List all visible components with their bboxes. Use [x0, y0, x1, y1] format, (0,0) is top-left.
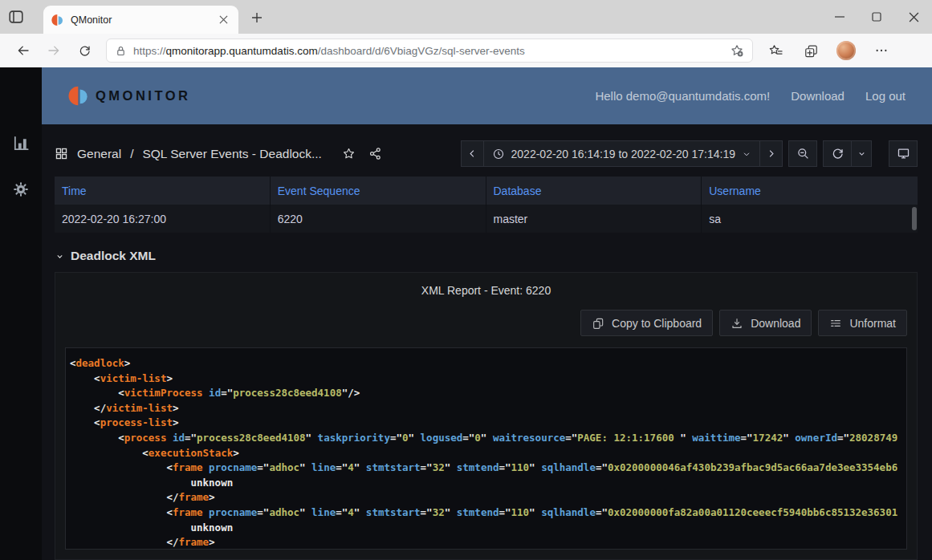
browser-toolbar: https://qmonitorapp.quantumdatis.com/das… — [0, 34, 932, 67]
unformat-button-label: Unformat — [849, 317, 896, 330]
code-line: unknown — [70, 476, 902, 491]
copy-icon — [592, 317, 604, 330]
cell-event-sequence: 6220 — [271, 205, 486, 233]
sidebar-item-settings[interactable] — [10, 178, 32, 201]
refresh-group — [823, 140, 872, 167]
favorites-button[interactable] — [763, 38, 788, 63]
page-content: QMONITOR Hello demo@quantumdatis.com! Do… — [0, 67, 932, 560]
unformat-icon — [829, 317, 842, 330]
header-right: Hello demo@quantumdatis.com! Download Lo… — [595, 89, 906, 103]
events-table: Time Event Sequence Database Username 20… — [55, 177, 918, 233]
new-tab-button[interactable] — [245, 6, 269, 30]
add-favorite-button[interactable] — [730, 43, 744, 58]
cell-time: 2022-02-20 16:27:00 — [55, 205, 271, 233]
collections-button[interactable] — [798, 38, 824, 63]
tab-close-button[interactable] — [216, 13, 230, 27]
time-controls: 2022-02-20 16:14:19 to 2022-02-20 17:14:… — [461, 140, 918, 167]
refresh-dashboard-button[interactable] — [823, 140, 852, 167]
zoom-out-icon — [796, 147, 810, 160]
code-line: <process id="process28c8eed4108" taskpri… — [70, 431, 902, 446]
refresh-interval-button[interactable] — [851, 140, 872, 167]
deadlock-xml-section-toggle[interactable]: Deadlock XML — [55, 249, 918, 263]
time-shift-back-button[interactable] — [461, 140, 484, 167]
code-line: <victim-list> — [70, 371, 902, 387]
tab-title: QMonitor — [71, 14, 210, 26]
workspaces-button[interactable] — [0, 0, 32, 34]
cell-username: sa — [702, 205, 918, 233]
url-scheme: https:// — [133, 45, 166, 57]
forward-button[interactable] — [40, 38, 67, 63]
browser-tab-strip: QMonitor — [0, 0, 932, 34]
table-header-row: Time Event Sequence Database Username — [55, 177, 918, 205]
column-header-username[interactable]: Username — [702, 177, 918, 205]
minimize-button[interactable] — [821, 0, 858, 34]
column-header-event-sequence[interactable]: Event Sequence — [271, 177, 486, 205]
time-range-button[interactable]: 2022-02-20 16:14:19 to 2022-02-20 17:14:… — [483, 140, 760, 167]
download-button[interactable]: Download — [719, 310, 812, 336]
back-button[interactable] — [10, 38, 37, 63]
url-path: /dashboard/d/6VbiagVGz/sql-server-events — [318, 45, 525, 57]
zoom-out-button[interactable] — [788, 140, 817, 167]
app-sidebar — [0, 67, 42, 560]
breadcrumb: General / SQL Server Events - Deadlock..… — [55, 147, 382, 161]
brand-name: QMONITOR — [96, 88, 190, 103]
more-menu-button[interactable] — [869, 38, 894, 63]
download-icon — [731, 317, 743, 330]
code-line: </frame> — [70, 535, 902, 550]
workspaces-icon — [7, 8, 25, 26]
address-bar[interactable]: https://qmonitorapp.quantumdatis.com/das… — [106, 39, 753, 63]
site-favicon — [51, 14, 64, 26]
logout-link[interactable]: Log out — [865, 89, 906, 103]
time-shift-forward-button[interactable] — [759, 140, 783, 167]
profile-avatar — [836, 41, 856, 60]
apps-grid-icon[interactable] — [55, 147, 68, 160]
star-button[interactable] — [342, 147, 356, 160]
xml-code: <deadlock> <victim-list> <victimProcess … — [65, 347, 907, 550]
window-controls — [821, 0, 932, 34]
unformat-button[interactable]: Unformat — [818, 310, 907, 336]
bar-chart-icon — [12, 134, 31, 152]
code-line: </victim-list> — [70, 401, 902, 416]
breadcrumb-title[interactable]: SQL Server Events - Deadlock... — [142, 147, 321, 161]
sidebar-item-dashboards[interactable] — [10, 132, 32, 154]
monitor-icon — [897, 147, 910, 160]
browser-window: QMonitor — [0, 0, 932, 560]
copy-button-label: Copy to Clipboard — [612, 317, 702, 330]
brand-logo-icon — [68, 85, 90, 107]
dashboard-actions — [342, 147, 382, 160]
url-host: qmonitorapp.quantumdatis.com — [166, 45, 318, 57]
table-row[interactable]: 2022-02-20 16:27:00 6220 master sa — [55, 205, 918, 233]
brand-logo[interactable]: QMONITOR — [68, 85, 190, 107]
column-header-time[interactable]: Time — [55, 177, 271, 205]
column-header-database[interactable]: Database — [486, 177, 702, 205]
gear-icon — [12, 181, 30, 198]
time-range-text: 2022-02-20 16:14:19 to 2022-02-20 17:14:… — [511, 148, 735, 160]
chevron-down-icon — [55, 251, 65, 262]
code-line: <victimProcess id="process28c8eed4108"/> — [70, 386, 902, 401]
lock-icon[interactable] — [115, 45, 127, 57]
table-scrollbar[interactable] — [912, 207, 917, 230]
view-mode-button[interactable] — [889, 140, 918, 167]
copy-to-clipboard-button[interactable]: Copy to Clipboard — [580, 310, 713, 336]
close-window-button[interactable] — [895, 0, 932, 34]
app-header: QMONITOR Hello demo@quantumdatis.com! Do… — [42, 67, 932, 124]
content-column: QMONITOR Hello demo@quantumdatis.com! Do… — [42, 67, 932, 560]
code-line: <frame procname="adhoc" line="4" stmtsta… — [70, 505, 902, 521]
refresh-button[interactable] — [71, 38, 98, 63]
browser-tab[interactable]: QMonitor — [43, 6, 238, 34]
section-title: Deadlock XML — [71, 249, 156, 263]
url-text: https://qmonitorapp.quantumdatis.com/das… — [133, 45, 723, 57]
maximize-button[interactable] — [858, 0, 895, 34]
time-range-group: 2022-02-20 16:14:19 to 2022-02-20 17:14:… — [461, 140, 783, 167]
breadcrumb-root[interactable]: General — [77, 147, 121, 161]
breadcrumb-separator: / — [130, 147, 133, 161]
download-link[interactable]: Download — [791, 89, 844, 103]
code-line: <process-list> — [70, 416, 902, 431]
refresh-icon — [831, 147, 844, 160]
share-button[interactable] — [368, 147, 382, 160]
code-line: unknown — [70, 521, 902, 536]
dashboard-main: General / SQL Server Events - Deadlock..… — [42, 124, 932, 560]
xml-report-panel: XML Report - Event: 6220 Copy to Clipboa… — [55, 272, 918, 560]
profile-button[interactable] — [833, 38, 859, 63]
cell-database: master — [486, 205, 702, 233]
